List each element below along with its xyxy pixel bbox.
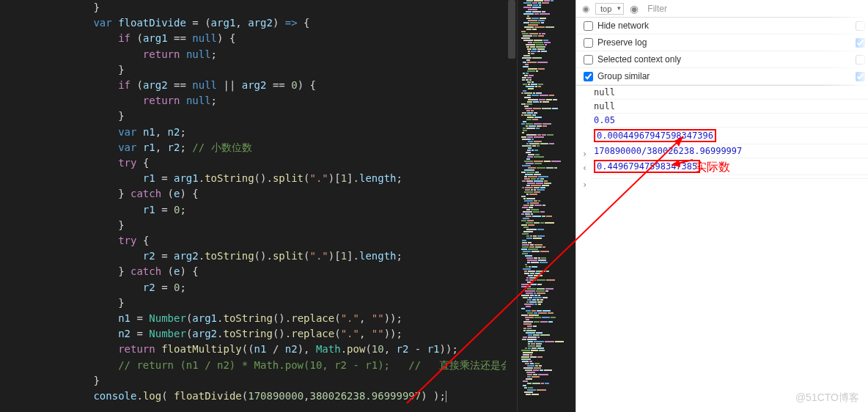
eye-icon-2[interactable]: ◉ [630, 3, 639, 15]
console-row[interactable]: 0.05 [591, 114, 868, 128]
context-selector[interactable]: top [595, 3, 624, 15]
code-editor[interactable]: } var floatDivide = (arg1, arg2) => { if… [0, 0, 517, 412]
code-line[interactable]: var n1, n2; [44, 125, 517, 140]
devtools-toolbar: ◉ top ◉ Filter [576, 0, 868, 18]
code-line[interactable]: r2 = 0; [44, 280, 517, 295]
code-line[interactable]: if (arg2 == null || arg2 == 0) { [44, 78, 517, 93]
code-line[interactable]: r2 = arg2.toString().split(".")[1].lengt… [44, 249, 517, 264]
preserve-log-label: Preserve log [597, 37, 647, 48]
code-line[interactable]: } [44, 108, 517, 124]
code-line[interactable]: } [44, 218, 517, 233]
console-row[interactable]: null [591, 86, 868, 100]
scrollbar-thumb[interactable] [508, 0, 515, 59]
code-line[interactable]: n1 = Number(arg1.toString().replace(".",… [44, 311, 517, 326]
code-line[interactable]: } catch (e) { [44, 264, 517, 279]
code-line[interactable]: if (arg1 == null) { [44, 31, 517, 46]
selected-context-label: Selected context only [597, 54, 681, 65]
watermark: @51CTO博客 [795, 391, 859, 405]
code-line[interactable]: } [44, 0, 517, 15]
code-line[interactable]: r1 = arg1.toString().split(".")[1].lengt… [44, 171, 517, 186]
code-line[interactable]: r1 = 0; [44, 202, 517, 218]
console-row[interactable]: null [591, 100, 868, 114]
hide-network-label: Hide network [597, 21, 649, 31]
console-row[interactable]: 170890000/380026238.96999997 [591, 144, 868, 158]
code-line[interactable]: // return (n1 / n2) * Math.pow(10, r2 - … [44, 358, 517, 373]
selected-context-checkbox[interactable]: Selected context only [576, 51, 688, 67]
code-line[interactable]: var r1, r2; // 小数位数 [44, 140, 517, 155]
console-row[interactable]: 0.00044967947598347396 [591, 128, 868, 144]
code-line[interactable]: } [44, 62, 517, 78]
code-line[interactable]: return null; [44, 47, 517, 62]
group-similar-checkbox[interactable]: Group similar [576, 68, 657, 84]
minimap[interactable] [517, 0, 575, 412]
code-line[interactable]: try { [44, 155, 517, 171]
hide-network-checkbox[interactable]: Hide network [576, 18, 656, 34]
eye-icon[interactable]: ◉ [582, 4, 589, 14]
code-line[interactable]: } [44, 373, 517, 389]
group-similar-label: Group similar [597, 71, 650, 81]
devtools-panel: ◉ top ◉ Filter Hide network Preserve log… [575, 0, 868, 412]
filter-input[interactable]: Filter [644, 2, 670, 15]
annotation-text: 实际数 [695, 160, 730, 175]
code-line[interactable]: } [44, 295, 517, 311]
code-line[interactable]: } catch (e) { [44, 186, 517, 202]
console-row[interactable] [591, 175, 868, 179]
editor-scrollbar[interactable] [506, 0, 517, 412]
code-line[interactable]: try { [44, 233, 517, 249]
code-line[interactable]: var floatDivide = (arg1, arg2) => { [44, 15, 517, 31]
code-line[interactable]: n2 = Number(arg2.toString().replace(".",… [44, 326, 517, 342]
code-line[interactable]: console.log( floatDivide(170890000,38002… [44, 389, 517, 404]
preserve-log-checkbox[interactable]: Preserve log [576, 34, 654, 51]
code-line[interactable]: return null; [44, 93, 517, 108]
code-line[interactable]: return floatMultiply((n1 / n2), Math.pow… [44, 342, 517, 357]
